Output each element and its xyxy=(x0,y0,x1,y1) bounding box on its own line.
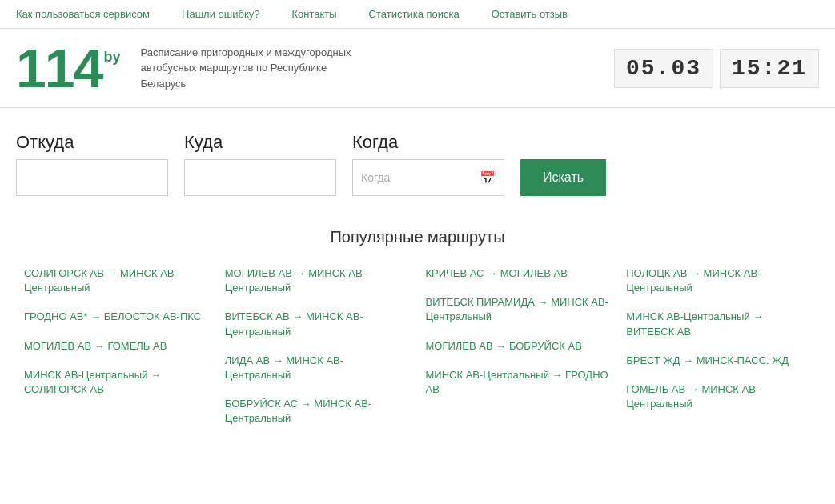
route-arrow-icon: → xyxy=(690,267,701,279)
clock-date: 05.03 xyxy=(614,49,713,88)
clock-time: 15:21 xyxy=(720,49,819,88)
nav-link-feedback[interactable]: Оставить отзыв xyxy=(492,8,568,20)
route-link[interactable]: ВИТЕБСК АВ → МИНСК АВ-Центральный xyxy=(225,310,363,337)
route-link[interactable]: МОГИЛЕВ АВ → ГОМЕЛЬ АВ xyxy=(24,340,167,352)
route-link[interactable]: МИНСК АВ-Центральный → ГРОДНО АВ xyxy=(426,369,608,395)
routes-col-0: СОЛИГОРСК АВ → МИНСК АВ-ЦентральныйГРОДН… xyxy=(16,266,217,441)
from-input[interactable] xyxy=(16,159,168,196)
route-arrow-icon: → xyxy=(538,296,548,308)
route-arrow-icon: → xyxy=(683,354,693,366)
route-link[interactable]: ГРОДНО АВ* → БЕЛОСТОК АВ-ПКС xyxy=(24,310,201,322)
route-arrow-icon: → xyxy=(151,369,161,381)
route-link[interactable]: МОГИЛЕВ АВ → БОБРУЙСК АВ xyxy=(426,340,582,352)
to-input[interactable] xyxy=(184,159,336,196)
search-button[interactable]: Искать xyxy=(520,159,606,196)
route-arrow-icon: → xyxy=(106,267,117,279)
route-arrow-icon: → xyxy=(487,267,497,279)
nav-link-contacts[interactable]: Контакты xyxy=(291,8,336,20)
route-arrow-icon: → xyxy=(94,340,105,352)
route-link[interactable]: МИНСК АВ-Центральный → ВИТЕБСК АВ xyxy=(626,310,763,337)
date-input[interactable]: Когда 📅 xyxy=(352,159,504,196)
route-arrow-icon: → xyxy=(688,383,699,395)
route-item: МОГИЛЕВ АВ → МИНСК АВ-Центральный xyxy=(225,266,410,295)
route-item: ВИТЕБСК АВ → МИНСК АВ-Центральный xyxy=(225,310,410,338)
to-label: Куда xyxy=(184,132,336,153)
site-description: Расписание пригородных и междугородных а… xyxy=(140,45,364,92)
route-item: МОГИЛЕВ АВ → ГОМЕЛЬ АВ xyxy=(24,339,209,354)
route-arrow-icon: → xyxy=(301,398,311,410)
route-arrow-icon: → xyxy=(496,340,506,352)
routes-col-1: МОГИЛЕВ АВ → МИНСК АВ-ЦентральныйВИТЕБСК… xyxy=(217,266,418,441)
route-arrow-icon: → xyxy=(273,354,283,366)
route-link[interactable]: МИНСК АВ-Центральный → СОЛИГОРСК АВ xyxy=(24,369,161,395)
route-link[interactable]: МОГИЛЕВ АВ → МИНСК АВ-Центральный xyxy=(225,267,366,294)
when-field: Когда Когда 📅 xyxy=(352,132,504,196)
routes-col-2: КРИЧЕВ АС → МОГИЛЕВ АВВИТЕБСК ПИРАМИДА →… xyxy=(418,266,619,441)
routes-col-3: ПОЛОЦК АВ → МИНСК АВ-ЦентральныйМИНСК АВ… xyxy=(618,266,819,441)
route-item: СОЛИГОРСК АВ → МИНСК АВ-Центральный xyxy=(24,266,209,295)
route-link[interactable]: СОЛИГОРСК АВ → МИНСК АВ-Центральный xyxy=(24,267,178,294)
route-link[interactable]: ВИТЕБСК ПИРАМИДА → МИНСК АВ-Центральный xyxy=(426,296,608,322)
when-label: Когда xyxy=(352,132,504,153)
route-item: БОБРУЙСК АС → МИНСК АВ-Центральный xyxy=(225,397,410,426)
route-arrow-icon: → xyxy=(753,310,763,322)
route-item: МИНСК АВ-Центральный → СОЛИГОРСК АВ xyxy=(24,368,209,397)
logo-number: 114 xyxy=(16,41,102,95)
route-arrow-icon: → xyxy=(552,369,563,381)
calendar-icon: 📅 xyxy=(480,170,496,186)
route-item: БРЕСТ ЖД → МИНСК-ПАСС. ЖД xyxy=(626,354,811,368)
from-field: Откуда xyxy=(16,132,168,196)
route-link[interactable]: ГОМЕЛЬ АВ → МИНСК АВ-Центральный xyxy=(626,383,759,410)
site-header: 114 by Расписание пригородных и междугор… xyxy=(0,29,835,108)
route-item: МОГИЛЕВ АВ → БОБРУЙСК АВ xyxy=(426,339,611,354)
route-arrow-icon: → xyxy=(292,310,303,322)
to-field: Куда xyxy=(184,132,336,196)
route-item: КРИЧЕВ АС → МОГИЛЕВ АВ xyxy=(426,266,611,281)
route-item: МИНСК АВ-Центральный → ГРОДНО АВ xyxy=(426,368,611,397)
nav-link-how[interactable]: Как пользоваться сервисом xyxy=(16,8,150,20)
routes-grid: СОЛИГОРСК АВ → МИНСК АВ-ЦентральныйГРОДН… xyxy=(16,266,819,441)
from-label: Откуда xyxy=(16,132,168,153)
route-arrow-icon: → xyxy=(90,310,101,322)
route-item: ЛИДА АВ → МИНСК АВ-Центральный xyxy=(225,354,410,382)
route-link[interactable]: ПОЛОЦК АВ → МИНСК АВ-Центральный xyxy=(626,267,761,294)
nav-link-error[interactable]: Нашли ошибку? xyxy=(182,8,259,20)
popular-title: Популярные маршруты xyxy=(16,220,819,246)
route-item: ПОЛОЦК АВ → МИНСК АВ-Центральный xyxy=(626,266,811,295)
route-item: МИНСК АВ-Центральный → ВИТЕБСК АВ xyxy=(626,310,811,338)
logo: 114 by xyxy=(16,41,120,95)
route-item: ГРОДНО АВ* → БЕЛОСТОК АВ-ПКС xyxy=(24,310,209,324)
route-link[interactable]: ЛИДА АВ → МИНСК АВ-Центральный xyxy=(225,354,343,381)
logo-by: by xyxy=(103,49,120,66)
nav-link-stats[interactable]: Статистика поиска xyxy=(369,8,460,20)
route-link[interactable]: КРИЧЕВ АС → МОГИЛЕВ АВ xyxy=(426,267,568,279)
popular-section: Популярные маршруты СОЛИГОРСК АВ → МИНСК… xyxy=(0,212,835,465)
search-area: Откуда Куда Когда Когда 📅 Искать xyxy=(0,108,835,212)
date-placeholder: Когда xyxy=(361,171,390,184)
route-item: ВИТЕБСК ПИРАМИДА → МИНСК АВ-Центральный xyxy=(426,295,611,324)
route-item: ГОМЕЛЬ АВ → МИНСК АВ-Центральный xyxy=(626,382,811,411)
top-nav: Как пользоваться сервисом Нашли ошибку? … xyxy=(0,0,835,29)
route-link[interactable]: БРЕСТ ЖД → МИНСК-ПАСС. ЖД xyxy=(626,354,789,366)
route-link[interactable]: БОБРУЙСК АС → МИНСК АВ-Центральный xyxy=(225,398,371,424)
clock-area: 05.03 15:21 xyxy=(614,49,819,88)
route-arrow-icon: → xyxy=(295,267,306,279)
